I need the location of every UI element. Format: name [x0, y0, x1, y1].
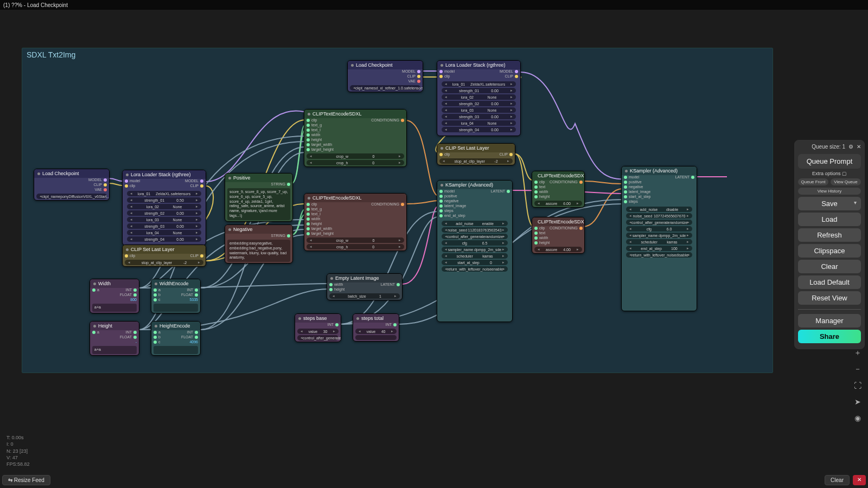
node-steps-total[interactable]: steps total INT ◂value40▸	[353, 313, 399, 342]
node-ksampler-refiner[interactable]: #19 KSampler (Advanced) modelpositiveneg…	[621, 166, 697, 311]
bottom-close-button[interactable]: ✕	[853, 475, 866, 485]
frame-icon[interactable]: ⛶	[852, 380, 864, 391]
load-default-button[interactable]: Load Default	[798, 275, 861, 289]
node-negative-prompt[interactable]: Negative STRING embedding:easynegative, …	[225, 224, 293, 264]
widget-strength_01[interactable]: ◂strength_010.00▸	[442, 88, 516, 93]
widget-cfg[interactable]: ◂cfg6.0▸	[626, 226, 692, 232]
widget-lora_04[interactable]: ◂lora_04None▸	[127, 230, 201, 235]
navigate-icon[interactable]: ➤	[852, 396, 864, 408]
widget-lora_04[interactable]: ◂lora_04None▸	[442, 120, 516, 126]
widget-end_at_step[interactable]: ◂end_at_step100▸	[626, 246, 692, 251]
zoom-out-icon[interactable]: －	[852, 363, 864, 375]
widget-cfg[interactable]: ◂cfg6.5▸	[442, 240, 508, 246]
node-height-encode[interactable]: #34 Custom-Scripts HeightEncode a b c IN…	[151, 321, 201, 356]
node-load-checkpoint-refiner[interactable]: #23 Load Checkpoint MODEL CLIP VAE ◂ckpt…	[347, 60, 423, 92]
widget-strength_01[interactable]: ◂strength_010.50▸	[127, 197, 201, 203]
port-positive[interactable]: positive	[439, 194, 466, 198]
clipspace-button[interactable]: Clipspace	[798, 244, 861, 258]
port-target_width[interactable]: target_width	[307, 227, 334, 230]
port-text_g[interactable]: text_g	[307, 123, 334, 127]
widget-scheduler[interactable]: ◂schedulerkarras▸	[442, 253, 508, 259]
widget-ckpt-name[interactable]: ◂ckpt_name ponyDiffusionV6XL_v6Start...▸	[36, 194, 107, 199]
port-width[interactable]: width	[307, 133, 334, 137]
port-text_l[interactable]: text_l	[307, 128, 334, 132]
manager-button[interactable]: Manager	[798, 314, 861, 328]
widget-add_noise[interactable]: ◂add_noisedisable▸	[626, 207, 692, 212]
port-model[interactable]: model	[439, 189, 466, 193]
save-button[interactable]: Save	[798, 197, 861, 210]
port-width[interactable]: width	[534, 190, 550, 194]
widget-return_with_leftover_noise[interactable]: ◂return_with_leftover_noiseenable▸	[442, 266, 508, 272]
port-height[interactable]: height	[307, 222, 334, 226]
widget-scheduler[interactable]: ◂schedulerkarras▸	[626, 239, 692, 245]
widget-return_with_leftover_noise[interactable]: ◂return_with_leftover_noisedisable▸	[626, 252, 692, 258]
zoom-in-icon[interactable]: ＋	[852, 347, 864, 359]
settings-icon[interactable]: ⚙	[848, 144, 853, 150]
port-height[interactable]: height	[534, 195, 550, 198]
reset-view-button[interactable]: Reset View	[798, 291, 861, 305]
port-clip[interactable]: clip	[307, 202, 334, 206]
port-model[interactable]: MODEL	[88, 178, 107, 182]
node-clip-setlastlayer-refiner[interactable]: #25 CLIP Set Last Layer clip CLIP ◂stop_…	[437, 143, 515, 165]
node-positive-prompt[interactable]: Positive STRING score_9, score_8_up, sco…	[225, 173, 293, 222]
node-lora-stack-base[interactable]: #4 rgthree-comfy Lora Loader Stack (rgth…	[122, 170, 206, 246]
queue-front-button[interactable]: Queue Front	[798, 178, 828, 185]
node-width[interactable]: #32 Custom-Scripts Width a INT FLOAT 800…	[90, 279, 139, 313]
widget-lora_03[interactable]: ◂lora_03None▸	[442, 107, 516, 113]
port-clip[interactable]: clip	[534, 226, 550, 230]
view-history-button[interactable]: View History	[798, 188, 861, 195]
widget-sampler_name[interactable]: ◂sampler_namedpmpp_2m_sde▸	[442, 247, 508, 252]
node-empty-latent[interactable]: #12 Empty Latent Image width height LATE…	[327, 273, 403, 300]
port-latent_image[interactable]: latent_image	[624, 190, 650, 194]
node-load-checkpoint-base[interactable]: #11 Load Checkpoint MODEL CLIP VAE ◂ckpt…	[34, 169, 110, 201]
node-height[interactable]: #33 Custom-Scripts Height a INT FLOAT - …	[90, 321, 139, 356]
widget-strength_03[interactable]: ◂strength_030.00▸	[442, 114, 516, 119]
refresh-button[interactable]: Refresh	[798, 228, 861, 242]
port-target_height[interactable]: target_height	[307, 147, 334, 151]
port-target_height[interactable]: target_height	[307, 232, 334, 235]
widget-control_after_generate[interactable]: ◂control_after_generaterandomize▸	[626, 220, 692, 225]
port-height[interactable]: height	[307, 138, 334, 142]
port-text_g[interactable]: text_g	[307, 207, 334, 211]
port-vae[interactable]: VAE	[95, 188, 107, 191]
port-model[interactable]: model	[624, 175, 650, 179]
queue-prompt-button[interactable]: Queue Prompt	[798, 154, 861, 169]
widget-lora_01[interactable]: ◂lora_01ZeldaXL.safetensors▸	[442, 81, 516, 87]
widget-lora_03[interactable]: ◂lora_03None▸	[127, 217, 201, 222]
node-cliptextrefiner-neg[interactable]: #22 CLIPTextEncodeSDXLRefiner cliptextwi…	[532, 217, 585, 254]
port-width[interactable]: width	[534, 236, 550, 240]
node-cliptextencode-neg[interactable]: #8 CLIPTextEncodeSDXL cliptext_gtext_lwi…	[304, 193, 407, 251]
eye-icon[interactable]: ◉	[852, 412, 864, 424]
negative-textbox[interactable]: embedding:easynegative, embedding:bad_ne…	[227, 240, 290, 262]
port-text_l[interactable]: text_l	[307, 212, 334, 216]
node-cliptextencode-pos[interactable]: #5 CLIPTextEncodeSDXL cliptext_gtext_lwi…	[304, 109, 407, 167]
port-height[interactable]: height	[534, 241, 550, 245]
port-steps[interactable]: steps	[439, 209, 466, 213]
widget-lora_01[interactable]: ◂lora_01ZeldaXL.safetensors▸	[127, 191, 201, 196]
close-panel-icon[interactable]: ✕	[857, 144, 861, 150]
port-clip[interactable]: clip	[307, 118, 334, 122]
load-button[interactable]: Load	[798, 213, 861, 226]
resize-feed-button[interactable]: ⇆ Resize Feed	[2, 475, 50, 485]
node-ksampler-base[interactable]: #91 KSampler (Advanced) modelpositiveneg…	[437, 180, 513, 322]
share-button[interactable]: Share	[798, 330, 861, 343]
port-start_at_step[interactable]: start_at_step	[624, 195, 650, 198]
port-width[interactable]: width	[307, 217, 334, 221]
port-clip[interactable]: clip	[534, 180, 550, 184]
widget-strength_04[interactable]: ◂strength_040.00▸	[127, 236, 201, 242]
widget-add_noise[interactable]: ◂add_noiseenable▸	[442, 221, 508, 226]
extra-options-toggle[interactable]: Extra options	[798, 171, 861, 176]
port-negative[interactable]: negative	[624, 185, 650, 189]
widget-lora_02[interactable]: ◂lora_02None▸	[127, 204, 201, 209]
widget-start_at_step[interactable]: ◂start_at_step0▸	[442, 260, 508, 265]
widget-sampler_name[interactable]: ◂sampler_namedpmpp_2m_sde▸	[626, 233, 692, 238]
port-latent_image[interactable]: latent_image	[439, 204, 466, 208]
port-positive[interactable]: positive	[624, 180, 650, 184]
view-queue-button[interactable]: View Queue	[831, 178, 861, 185]
port-end_at_step[interactable]: end_at_step	[439, 214, 466, 217]
bottom-clear-button[interactable]: Clear	[825, 475, 850, 485]
graph-canvas[interactable]: SDXL Txt2Img	[0, 10, 868, 473]
widget-strength_04[interactable]: ◂strength_040.00▸	[442, 127, 516, 132]
widget-strength_02[interactable]: ◂strength_020.00▸	[442, 101, 516, 106]
port-clip[interactable]: CLIP	[93, 183, 107, 187]
